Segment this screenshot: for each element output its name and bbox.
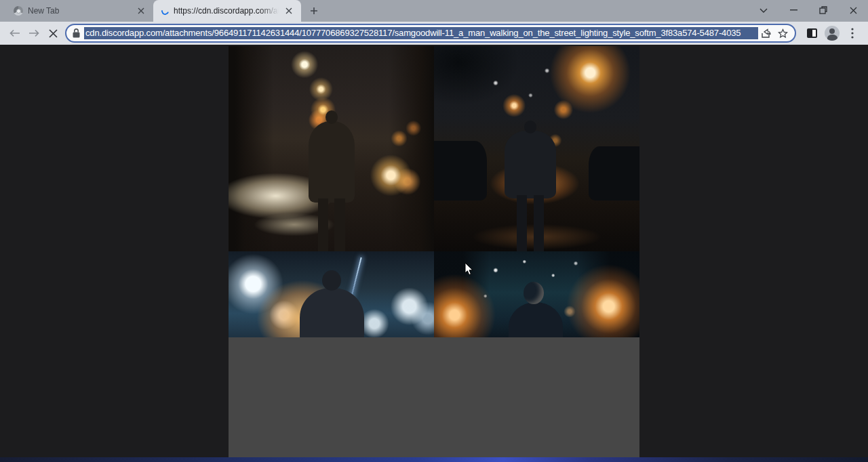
stop-loading-button[interactable]: [43, 24, 62, 43]
chrome-logo-icon: [14, 6, 23, 16]
image-quadrant-snowy-street: [434, 46, 639, 251]
man-silhouette: [307, 110, 356, 251]
window-controls: [749, 0, 868, 20]
page-content: [0, 45, 868, 462]
image-quadrant-lightning: [229, 251, 434, 337]
side-panel-icon[interactable]: [802, 24, 822, 43]
bottom-loading-strip: [0, 457, 868, 462]
forward-button[interactable]: [24, 24, 43, 43]
attachment-image[interactable]: [229, 46, 639, 457]
back-button[interactable]: [5, 24, 24, 43]
parked-car: [434, 141, 487, 201]
man-silhouette: [509, 282, 563, 337]
browser-window: New Tab https://cdn.discordapp.com/atta: [0, 0, 868, 462]
man-silhouette: [300, 270, 364, 337]
tab-search-icon[interactable]: [749, 0, 778, 20]
minimize-button[interactable]: [778, 0, 808, 20]
browser-menu-icon[interactable]: [842, 24, 863, 43]
mouse-cursor: [465, 263, 473, 276]
tab-close-icon[interactable]: [283, 5, 294, 16]
tab-title: https://cdn.discordapp.com/atta: [174, 6, 279, 16]
tab-strip: New Tab https://cdn.discordapp.com/atta: [0, 0, 868, 22]
tab-title: New Tab: [28, 6, 131, 16]
share-icon[interactable]: [758, 25, 774, 41]
close-window-button[interactable]: [838, 0, 868, 20]
url-text: cdn.discordapp.com/attachments/966491171…: [84, 27, 758, 39]
image-quadrant-rainy-street: [229, 46, 434, 251]
parked-car: [589, 146, 639, 201]
address-bar[interactable]: cdn.discordapp.com/attachments/966491171…: [65, 24, 796, 43]
man-silhouette: [502, 121, 559, 251]
restore-button[interactable]: [808, 0, 838, 20]
browser-toolbar: cdn.discordapp.com/attachments/966491171…: [0, 22, 868, 45]
loading-spinner-icon: [160, 5, 170, 16]
lock-icon: [73, 28, 80, 38]
tab-close-icon[interactable]: [136, 5, 146, 16]
new-tab-button[interactable]: [305, 2, 323, 20]
bookmark-star-icon[interactable]: [774, 25, 791, 41]
tab-discord-cdn[interactable]: https://cdn.discordapp.com/atta: [153, 0, 301, 22]
profile-avatar-icon[interactable]: [822, 24, 842, 43]
tab-new-tab[interactable]: New Tab: [5, 0, 153, 22]
